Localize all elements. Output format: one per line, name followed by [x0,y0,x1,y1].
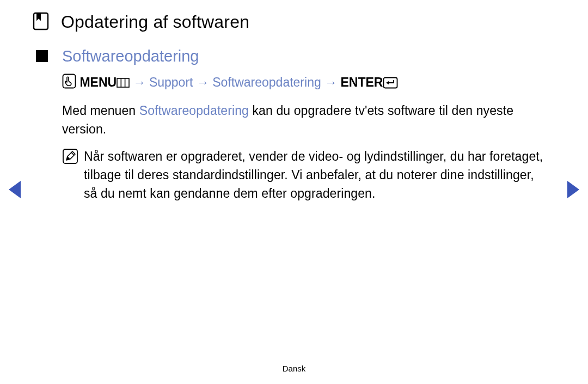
svg-marker-13 [567,181,579,198]
nav-arrow-3: → [321,75,341,89]
manual-page: Opdatering af softwaren Softwareopdateri… [0,0,588,384]
note-pencil-icon [62,147,84,167]
enter-key-icon [383,77,398,92]
next-page-arrow[interactable] [566,180,580,202]
navigation-path: MENU → Support → Softwareopdatering → EN… [62,73,544,94]
nav-arrow-2: → [193,75,212,89]
menu-label: MENU [79,75,117,89]
svg-rect-5 [117,78,129,87]
note-row: Når softwaren er opgraderet, vender de v… [62,147,544,203]
page-title: Opdatering af softwaren [61,12,249,32]
body-highlight: Softwareopdatering [139,103,249,118]
enter-label: ENTER [341,75,383,89]
prev-page-arrow[interactable] [8,180,22,202]
section-title: Softwareopdatering [62,47,199,65]
body-paragraph: Med menuen Softwareopdatering kan du opg… [62,101,544,138]
bookmark-icon [33,12,52,31]
content-block: MENU → Support → Softwareopdatering → EN… [33,73,555,203]
nav-swupdate: Softwareopdatering [212,75,321,89]
menu-grid-icon [117,77,130,92]
nav-arrow-1: → [130,75,149,89]
svg-marker-12 [9,181,21,198]
title-row: Opdatering af softwaren [33,12,555,32]
nav-support: Support [149,75,193,89]
square-bullet-icon [36,50,48,62]
footer-language: Dansk [0,364,588,373]
svg-rect-10 [63,149,77,163]
note-text: Når softwaren er opgraderet, vender de v… [84,147,544,203]
touch-icon [62,77,79,92]
body-prefix: Med menuen [62,103,139,118]
svg-marker-9 [386,81,389,84]
section-row: Softwareopdatering [33,47,555,65]
